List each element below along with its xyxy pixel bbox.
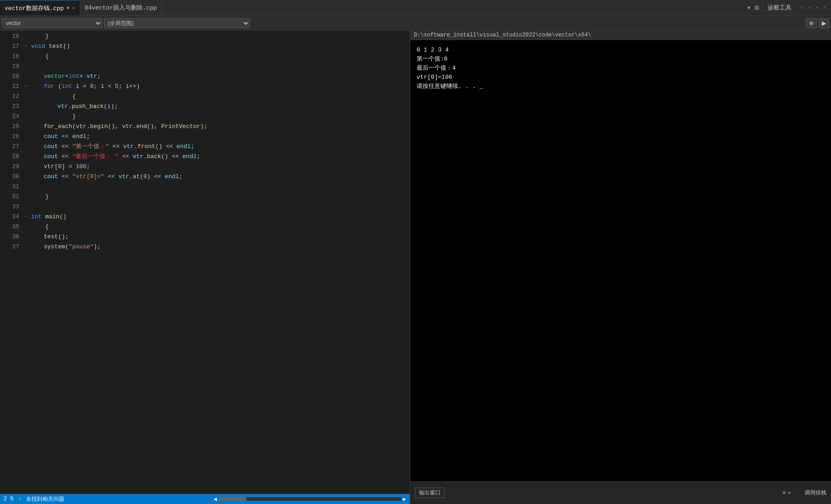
bottom-panel: 输出窗口 ⊕ ✕ 调用排栈 bbox=[410, 481, 831, 504]
toolbar-right-arrow-btn[interactable]: ▶ bbox=[819, 18, 829, 28]
code-line-17: − void test() bbox=[25, 41, 410, 51]
code-line-29: vtr[0] = 100; bbox=[25, 162, 410, 172]
terminal-panel: 0 1 2 3 4 第一个值:0 最后一个值：4 vtr[0]=100 请按任意… bbox=[410, 40, 831, 481]
tab-close-1[interactable]: ✕ bbox=[72, 5, 75, 11]
terminal-title-bar: D:\software_install\visual_studio2022\co… bbox=[410, 31, 831, 40]
scope-select-2[interactable]: (全局范围) bbox=[104, 18, 250, 28]
code-line-31 bbox=[25, 182, 410, 192]
terminal-line-5: 请按任意键继续. . . _ bbox=[417, 82, 825, 91]
terminal-line-4: vtr[0]=100 bbox=[417, 73, 825, 82]
fold-icon-35 bbox=[25, 222, 31, 232]
fold-icon-33 bbox=[25, 202, 31, 212]
status-zoom: 2 % bbox=[4, 496, 14, 502]
tab-04vector-cpp[interactable]: 04vector插入与删除.cpp bbox=[80, 0, 162, 15]
code-line-26: cout << endl; bbox=[25, 132, 410, 142]
code-line-27: cout << "第一个值：" << vtr.front() << endl; bbox=[25, 142, 410, 152]
fold-icon-20 bbox=[25, 72, 31, 82]
terminal-line-1: 0 1 2 3 4 bbox=[417, 46, 825, 55]
fold-icon-23 bbox=[25, 102, 31, 112]
bp-tab-call-stack[interactable]: 调用排栈 bbox=[805, 489, 826, 497]
code-line-20: vector<int> vtr; bbox=[25, 72, 410, 82]
diagnostics-label: 诊断工具 bbox=[763, 4, 796, 12]
fold-icon-25 bbox=[25, 122, 31, 132]
tab-label-1: vector数据存钱.cpp bbox=[5, 4, 64, 12]
fold-icon-27 bbox=[25, 142, 31, 152]
toolbar: vector (全局范围) ⊕ ▶ bbox=[0, 16, 831, 31]
diag-dot-icon: · · · · bbox=[800, 4, 826, 11]
code-line-34: − int main() bbox=[25, 212, 410, 222]
fold-icon-30 bbox=[25, 172, 31, 182]
code-line-35: { bbox=[25, 222, 410, 232]
code-line-24: } bbox=[25, 112, 410, 122]
line-numbers: 16 17 18 19 20 21 22 23 24 25 26 27 28 2… bbox=[0, 31, 23, 494]
scroll-right-icon[interactable]: ▶ bbox=[403, 496, 406, 503]
fold-icon-37 bbox=[25, 242, 31, 252]
no-issues-text: 未找到相关问题 bbox=[26, 495, 64, 503]
code-line-36: test(); bbox=[25, 232, 410, 242]
scroll-left-icon[interactable]: ◀ bbox=[214, 496, 217, 503]
code-line-21: − for (int i = 0; i < 5; i++) bbox=[25, 82, 410, 92]
code-line-23: vtr.push_back(i); bbox=[25, 102, 410, 112]
tab-icons: ▾ ⚙ 诊断工具 · · · · bbox=[747, 3, 831, 12]
code-line-22: { bbox=[25, 92, 410, 102]
zoom-value: 2 % bbox=[4, 496, 14, 502]
code-line-28: cout << "最后一个值： " << vtr.back() << endl; bbox=[25, 152, 410, 162]
fold-icon-26 bbox=[25, 132, 31, 142]
status-bar: 2 % ● 未找到相关问题 ◀ ▶ bbox=[0, 494, 410, 504]
fold-icon-29 bbox=[25, 162, 31, 172]
gear-icon[interactable]: ⚙ bbox=[755, 3, 759, 12]
status-warning-icon: ● bbox=[18, 496, 21, 502]
code-line-25: for_each(vtr.begin(), vtr.end(), PrintVe… bbox=[25, 122, 410, 132]
fold-icon-18 bbox=[25, 51, 31, 62]
fold-icon-16 bbox=[25, 31, 31, 41]
code-line-32: } bbox=[25, 192, 410, 202]
tab-label-2: 04vector插入与删除.cpp bbox=[85, 4, 157, 12]
code-line-18: { bbox=[25, 51, 410, 62]
fold-icon-28 bbox=[25, 152, 31, 162]
arrow-down-icon[interactable]: ▾ bbox=[747, 3, 751, 12]
code-content: 16 17 18 19 20 21 22 23 24 25 26 27 28 2… bbox=[0, 31, 410, 494]
code-line-37: system("pause"); bbox=[25, 242, 410, 252]
right-content: D:\software_install\visual_studio2022\co… bbox=[410, 31, 831, 504]
toolbar-pin-btn[interactable]: ⊕ bbox=[806, 18, 817, 28]
fold-icon-21[interactable]: − bbox=[25, 82, 31, 92]
fold-icon-34[interactable]: − bbox=[25, 212, 31, 222]
tab-vector-cpp[interactable]: vector数据存钱.cpp ■ ✕ bbox=[0, 0, 80, 15]
app-root: vector数据存钱.cpp ■ ✕ 04vector插入与删除.cpp ▾ ⚙… bbox=[0, 0, 831, 504]
pin-icon[interactable]: ⊕ bbox=[783, 489, 786, 496]
fold-icon-32 bbox=[25, 192, 31, 202]
code-line-19 bbox=[25, 62, 410, 72]
fold-icon-19 bbox=[25, 62, 31, 72]
tab-bar: vector数据存钱.cpp ■ ✕ 04vector插入与删除.cpp ▾ ⚙… bbox=[0, 0, 831, 16]
code-line-30: cout << "vtr[0]=" << vtr.at(0) << endl; bbox=[25, 172, 410, 182]
main-area: 16 17 18 19 20 21 22 23 24 25 26 27 28 2… bbox=[0, 31, 831, 504]
fold-icon-22 bbox=[25, 92, 31, 102]
code-line-16: } bbox=[25, 31, 410, 41]
terminal-path: D:\software_install\visual_studio2022\co… bbox=[414, 32, 591, 38]
fold-icon-31 bbox=[25, 182, 31, 192]
status-no-issues: 未找到相关问题 bbox=[26, 495, 64, 503]
code-lines: } − void test() { bbox=[23, 31, 410, 494]
fold-icon-24 bbox=[25, 112, 31, 122]
bottom-panel-tabs: 输出窗口 bbox=[415, 488, 445, 498]
fold-icon-36 bbox=[25, 232, 31, 242]
terminal-line-3: 最后一个值：4 bbox=[417, 64, 825, 73]
code-line-33 bbox=[25, 202, 410, 212]
bp-tab-output[interactable]: 输出窗口 bbox=[415, 488, 445, 498]
terminal-line-2: 第一个值:0 bbox=[417, 55, 825, 64]
check-icon: ● bbox=[18, 496, 21, 502]
scope-select-1[interactable]: vector bbox=[2, 18, 102, 28]
fold-icon-17[interactable]: − bbox=[25, 41, 31, 51]
bp-close-icon[interactable]: ✕ bbox=[788, 489, 791, 496]
code-panel: 16 17 18 19 20 21 22 23 24 25 26 27 28 2… bbox=[0, 31, 410, 504]
tab-dot-icon: ■ bbox=[67, 5, 69, 10]
bp-tab-output-label: 输出窗口 bbox=[419, 490, 441, 496]
terminal-output: 0 1 2 3 4 第一个值:0 最后一个值：4 vtr[0]=100 请按任意… bbox=[414, 43, 827, 478]
